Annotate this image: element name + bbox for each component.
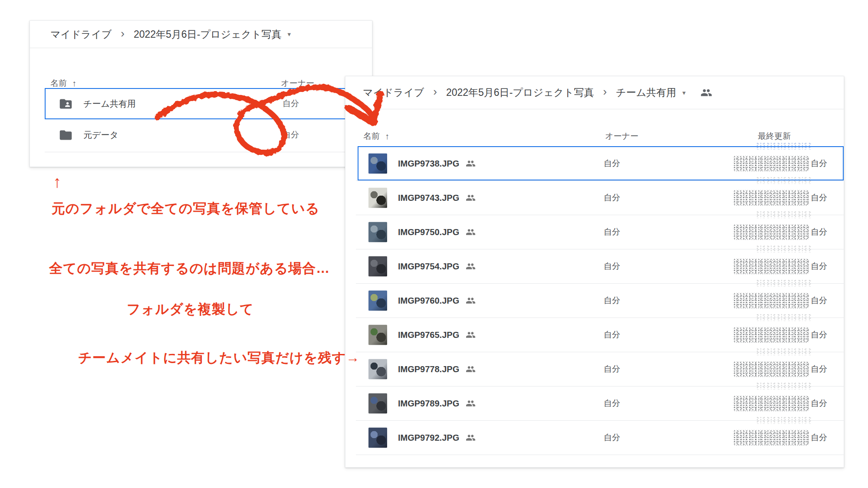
folder-shared-icon — [59, 97, 73, 111]
file-row[interactable]: IMGP9760.JPG 自分 自分 — [345, 283, 844, 318]
shared-people-icon — [700, 87, 712, 98]
redacted-scribble — [733, 430, 809, 445]
photo-thumbnail — [368, 359, 387, 379]
file-owner: 自分 — [604, 432, 620, 443]
file-owner: 自分 — [604, 398, 620, 409]
modified-by: 自分 — [811, 329, 827, 341]
last-modified-cell: 自分 — [733, 293, 827, 308]
file-name: IMGP9750.JPG — [398, 227, 459, 237]
file-owner: 自分 — [604, 158, 620, 169]
file-row[interactable]: IMGP9750.JPG 自分 自分 — [345, 215, 844, 249]
redacted-scribble — [756, 211, 812, 218]
file-name: IMGP9760.JPG — [398, 295, 459, 305]
redacted-scribble — [733, 224, 809, 240]
breadcrumb-my-drive[interactable]: マイドライブ — [50, 28, 112, 41]
breadcrumb-current-folder[interactable]: 2022年5月6日-プロジェクト写真 — [134, 28, 282, 41]
column-header-name[interactable]: 名前 ↑ — [50, 78, 76, 89]
modified-by: 自分 — [811, 226, 827, 238]
modified-by: 自分 — [811, 398, 827, 409]
redacted-scribble — [733, 156, 809, 171]
file-owner: 自分 — [604, 261, 620, 272]
chevron-right-icon: › — [603, 85, 607, 98]
file-name: IMGP9754.JPG — [398, 261, 459, 271]
sort-ascending-icon: ↑ — [385, 131, 389, 141]
last-modified-cell: 自分 — [733, 361, 827, 377]
folder-row[interactable]: 元データ 自分 — [30, 119, 372, 151]
shared-people-icon — [466, 364, 476, 374]
modified-by: 自分 — [811, 261, 827, 272]
chevron-down-icon[interactable]: ▾ — [682, 89, 686, 97]
chevron-right-icon: › — [433, 85, 437, 98]
shared-people-icon — [466, 398, 476, 408]
shared-people-icon — [466, 330, 476, 340]
last-modified-cell: 自分 — [733, 430, 827, 445]
shared-people-icon — [466, 295, 476, 305]
redacted-scribble — [733, 361, 809, 377]
last-modified-cell: 自分 — [733, 190, 827, 206]
file-row[interactable]: IMGP9792.JPG 自分 自分 — [345, 420, 844, 455]
photo-thumbnail — [368, 324, 387, 345]
last-modified-cell: 自分 — [733, 224, 827, 240]
breadcrumb-my-drive[interactable]: マイドライブ — [363, 86, 424, 99]
file-row[interactable]: IMGP9738.JPG 自分 自分 — [345, 146, 844, 180]
photo-thumbnail — [368, 393, 387, 413]
breadcrumb-parent-folder[interactable]: 2022年5月6日-プロジェクト写真 — [446, 86, 594, 99]
photo-thumbnail — [368, 187, 387, 208]
sort-ascending-icon: ↑ — [72, 79, 76, 88]
redacted-scribble — [756, 416, 812, 424]
column-header-name[interactable]: 名前 ↑ — [363, 131, 389, 142]
redacted-scribble — [756, 348, 812, 355]
photo-thumbnail — [368, 290, 387, 311]
column-header-owner[interactable]: オーナー — [605, 131, 638, 142]
file-row[interactable]: IMGP9789.JPG 自分 自分 — [345, 386, 844, 420]
redacted-scribble — [733, 190, 809, 206]
chevron-down-icon[interactable]: ▾ — [288, 30, 291, 38]
file-owner: 自分 — [604, 192, 620, 203]
redacted-scribble — [756, 314, 812, 321]
file-name: IMGP9789.JPG — [398, 398, 459, 408]
photo-thumbnail — [368, 153, 387, 174]
redacted-scribble — [756, 177, 812, 184]
redacted-scribble — [733, 293, 809, 308]
redacted-scribble — [733, 259, 809, 274]
shared-people-icon — [466, 158, 476, 168]
annotation-up-arrow: ↑ — [53, 173, 62, 191]
photo-thumbnail — [368, 427, 387, 448]
breadcrumb: マイドライブ › 2022年5月6日-プロジェクト写真 › チーム共有用 ▾ — [345, 76, 844, 109]
folder-icon — [59, 128, 73, 142]
redacted-scribble — [733, 396, 809, 411]
redacted-scribble — [756, 245, 812, 252]
column-header-owner[interactable]: オーナー — [281, 78, 314, 89]
file-name: IMGP9778.JPG — [398, 364, 459, 374]
folder-row[interactable]: チーム共有用 自分 — [30, 88, 372, 119]
file-row[interactable]: IMGP9743.JPG 自分 自分 — [345, 180, 844, 215]
column-header-last-modified[interactable]: 最終更新 — [758, 131, 791, 142]
shared-people-icon — [466, 432, 476, 442]
file-row[interactable]: IMGP9778.JPG 自分 自分 — [345, 352, 844, 386]
drive-window-parent-folder: マイドライブ › 2022年5月6日-プロジェクト写真 ▾ 名前 ↑ オーナー … — [30, 20, 372, 167]
modified-by: 自分 — [811, 432, 827, 443]
redacted-scribble — [756, 142, 812, 150]
chevron-right-icon: › — [121, 27, 125, 40]
last-modified-cell: 自分 — [733, 156, 827, 171]
modified-by: 自分 — [811, 158, 827, 169]
annotation-text: 元のフォルダで全ての写真を保管している — [52, 200, 319, 218]
breadcrumb: マイドライブ › 2022年5月6日-プロジェクト写真 ▾ — [30, 21, 372, 48]
file-owner: 自分 — [604, 295, 620, 306]
modified-by: 自分 — [811, 192, 827, 203]
last-modified-cell: 自分 — [733, 259, 827, 274]
folder-name: 元データ — [83, 129, 118, 141]
file-name: IMGP9792.JPG — [398, 432, 459, 442]
redacted-scribble — [756, 382, 812, 390]
file-owner: 自分 — [604, 329, 620, 341]
file-row[interactable]: IMGP9765.JPG 自分 自分 — [345, 318, 844, 352]
breadcrumb-current-folder[interactable]: チーム共有用 — [616, 86, 676, 99]
shared-people-icon — [466, 227, 476, 237]
divider — [45, 152, 372, 152]
file-row[interactable]: IMGP9754.JPG 自分 自分 — [345, 249, 844, 283]
file-owner: 自分 — [604, 364, 620, 375]
photo-thumbnail — [368, 222, 387, 242]
annotation-text: フォルダを複製して — [127, 300, 254, 318]
drive-window-shared-folder: マイドライブ › 2022年5月6日-プロジェクト写真 › チーム共有用 ▾ 名… — [345, 76, 844, 468]
modified-by: 自分 — [811, 364, 827, 375]
